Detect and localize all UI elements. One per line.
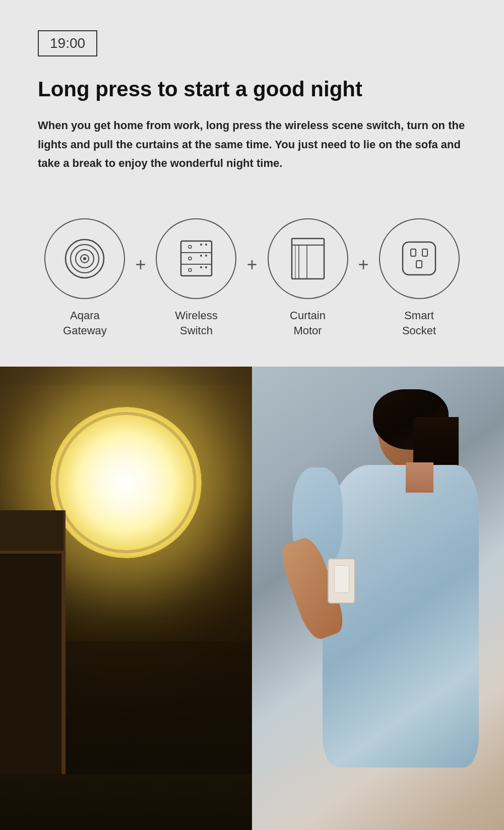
svg-point-14 (200, 255, 202, 257)
svg-point-15 (205, 255, 207, 257)
svg-rect-24 (403, 242, 435, 275)
time-badge: 19:00 (38, 30, 97, 56)
wireless-switch-label: Wireless Switch (175, 308, 217, 339)
page-wrapper: 19:00 Long press to start a good night W… (0, 0, 504, 830)
icons-row: Aqara Gateway + (0, 193, 504, 367)
icon-item-wireless-switch: Wireless Switch (156, 218, 236, 339)
icon-item-smart-socket: Smart Socket (379, 218, 460, 339)
svg-point-13 (205, 244, 207, 246)
svg-rect-26 (422, 249, 427, 256)
plus-sign-3: + (348, 254, 379, 275)
photo-right (252, 367, 504, 830)
description-text: When you get home from work, long press … (38, 116, 466, 172)
person-neck (406, 462, 433, 493)
icon-item-gateway: Aqara Gateway (44, 218, 125, 339)
svg-rect-5 (181, 241, 212, 276)
svg-point-10 (188, 257, 192, 260)
ceiling-light (50, 407, 202, 558)
time-display: 19:00 (50, 35, 85, 51)
svg-rect-27 (416, 261, 422, 268)
top-section: 19:00 Long press to start a good night W… (0, 0, 504, 193)
wall-switch-inner (334, 565, 349, 593)
photo-left (0, 367, 252, 830)
icon-circle-wireless-switch (156, 218, 236, 299)
svg-rect-25 (411, 249, 416, 256)
icon-circle-curtain-motor (268, 218, 348, 299)
svg-point-16 (200, 266, 202, 268)
wall-switch (328, 558, 355, 604)
gateway-icon (62, 236, 107, 281)
svg-point-12 (200, 244, 202, 246)
plus-sign-2: + (236, 254, 267, 275)
icon-circle-gateway (44, 218, 125, 299)
svg-point-9 (188, 246, 192, 249)
main-heading: Long press to start a good night (38, 77, 466, 102)
floor (0, 774, 252, 830)
curtain-motor-label: Curtain Motor (290, 308, 326, 339)
light-ring (55, 412, 197, 553)
svg-rect-21 (292, 245, 307, 279)
icon-item-curtain-motor: Curtain Motor (268, 218, 348, 339)
svg-rect-8 (181, 264, 212, 276)
svg-point-4 (83, 257, 86, 260)
svg-rect-23 (307, 245, 324, 279)
svg-point-11 (188, 269, 192, 272)
smart-socket-label: Smart Socket (402, 308, 436, 339)
gateway-label: Aqara Gateway (63, 308, 107, 339)
svg-rect-7 (181, 253, 212, 264)
plus-sign-1: + (125, 254, 156, 275)
wireless-switch-icon (175, 237, 218, 280)
svg-rect-6 (181, 241, 212, 253)
photo-section (0, 367, 504, 830)
svg-point-17 (205, 266, 207, 268)
icon-circle-smart-socket (379, 218, 460, 299)
person-body (323, 465, 479, 767)
curtain-motor-icon (288, 236, 328, 281)
smart-socket-icon (398, 237, 440, 280)
